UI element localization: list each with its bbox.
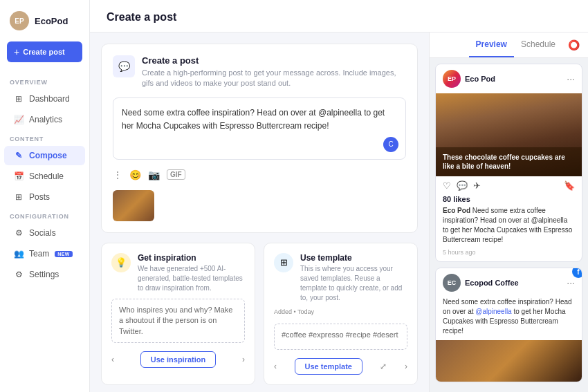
gif-button[interactable]: GIF — [167, 169, 185, 180]
sidebar-item-socials[interactable]: ⚙ Socials — [4, 223, 85, 243]
ig-more-icon[interactable]: ··· — [567, 73, 575, 84]
fb-mention: @alpineella — [475, 308, 511, 315]
sidebar: EP EcoPod + Create post OVERVIEW ⊞ Dashb… — [0, 0, 90, 392]
ig-share-icon[interactable]: ✈ — [473, 180, 481, 191]
sidebar-item-analytics[interactable]: 📈 Analytics — [4, 110, 85, 129]
preview-content: EP Eco Pod ··· These chocolate coffee cu… — [430, 58, 588, 392]
template-card-header: ⊞ Use template This is where you access … — [274, 253, 407, 303]
sidebar-item-label: Socials — [29, 228, 56, 238]
template-tag: Added • Today — [274, 308, 407, 315]
sidebar-item-label: Schedule — [29, 171, 64, 181]
template-prev-button[interactable]: ‹ — [274, 362, 277, 371]
sidebar-item-label: Dashboard — [29, 94, 70, 104]
ig-comment-icon[interactable]: 💬 — [457, 180, 468, 191]
main-area: Create a post 💬 Create a post Create a h… — [90, 0, 588, 392]
ai-icon[interactable]: C — [383, 137, 398, 152]
template-next-button[interactable]: › — [405, 362, 407, 371]
post-text-input[interactable]: Need some extra coffee inspiration? Head… — [113, 97, 406, 160]
fb-post-header: EC Ecopod Coffee ··· — [436, 268, 582, 297]
sidebar-item-schedule[interactable]: 📅 Schedule — [4, 167, 85, 186]
create-post-card: 💬 Create a post Create a high-performing… — [101, 44, 418, 233]
template-footer: ‹ Use template ⤢ › — [274, 358, 407, 375]
compose-icon: ✎ — [14, 151, 24, 160]
emoji-icon[interactable]: 😊 — [129, 169, 141, 180]
ig-post-actions: ♡ 💬 ✈ 🔖 — [436, 176, 582, 195]
compose-toolbar: ⋮ 😊 📷 GIF — [113, 167, 406, 183]
template-prompt: #coffee #expresso #recipe #desert — [274, 324, 407, 350]
section-label-overview: OVERVIEW — [0, 73, 89, 88]
card-header-text: Create a post Create a high-performing p… — [142, 55, 406, 89]
tab-schedule[interactable]: Schedule — [514, 32, 562, 57]
ig-post-header: EP Eco Pod ··· — [436, 64, 582, 93]
new-badge: NEW — [55, 251, 72, 257]
sidebar-item-label: Settings — [29, 270, 59, 279]
card-icon: 💬 — [113, 55, 135, 77]
sidebar-item-label: Compose — [29, 151, 67, 160]
ig-post-time: 5 hours ago — [436, 249, 582, 261]
ig-image-overlay: These chocolate coffee cupcakes are like… — [436, 147, 582, 176]
inspiration-text: Get inspiration We have generated +500 A… — [138, 253, 245, 293]
sidebar-item-dashboard[interactable]: ⊞ Dashboard — [4, 89, 85, 109]
bottom-cards: 💡 Get inspiration We have generated +500… — [101, 243, 418, 385]
preview-panel: Preview Schedule ⭕ EP Eco Pod ··· These … — [429, 32, 588, 392]
inspiration-card: 💡 Get inspiration We have generated +500… — [101, 243, 255, 385]
fb-post-image — [436, 340, 582, 382]
instagram-icon: ⭕ — [568, 39, 580, 50]
inspiration-prev-button[interactable]: ‹ — [111, 355, 114, 364]
template-card: ⊞ Use template This is where you access … — [264, 243, 418, 385]
sidebar-item-compose[interactable]: ✎ Compose — [4, 146, 85, 165]
create-post-card-header: 💬 Create a post Create a high-performing… — [113, 55, 406, 89]
ig-image-text: These chocolate coffee cupcakes are like… — [443, 153, 575, 171]
image-icon[interactable]: 📷 — [148, 169, 160, 180]
main-body: 💬 Create a post Create a high-performing… — [90, 32, 588, 392]
inspiration-prompt: Who inspires you and why? Make a shoutou… — [111, 299, 245, 343]
fb-caption: Need some extra coffee inspiration? Head… — [436, 297, 582, 340]
fb-username: Ecopod Coffee — [465, 279, 562, 287]
image-preview — [113, 190, 154, 221]
template-title: Use template — [300, 253, 407, 263]
schedule-icon: 📅 — [14, 171, 24, 181]
template-desc: This is where you access your saved temp… — [300, 264, 407, 303]
page-title: Create a post — [107, 11, 571, 24]
sidebar-item-team[interactable]: 👥 Team NEW — [4, 244, 85, 263]
dashboard-icon: ⊞ — [14, 94, 24, 104]
sidebar-item-label: Posts — [29, 192, 50, 202]
page-header: Create a post — [90, 0, 588, 32]
ig-username: Eco Pod — [465, 75, 562, 83]
more-options-icon[interactable]: ⋮ — [113, 169, 122, 180]
fb-more-icon[interactable]: ··· — [567, 277, 575, 288]
card-desc: Create a high-performing post to get you… — [142, 68, 406, 89]
create-post-button[interactable]: + Create post — [7, 41, 82, 62]
posts-icon: ⊞ — [14, 192, 24, 202]
sidebar-item-label: Team — [29, 249, 49, 259]
sidebar-item-posts[interactable]: ⊞ Posts — [4, 187, 85, 207]
template-icon: ⊞ — [274, 253, 293, 272]
sidebar-item-label: Analytics — [29, 115, 62, 124]
use-inspiration-button[interactable]: Use inspiration — [140, 351, 216, 368]
ig-post-image: These chocolate coffee cupcakes are like… — [436, 93, 582, 176]
card-title: Create a post — [142, 55, 406, 66]
section-label-content: CONTENT — [0, 130, 89, 145]
ig-like-icon[interactable]: ♡ — [443, 180, 451, 191]
inspiration-desc: We have generated +500 AI-generated, bat… — [138, 264, 245, 293]
sidebar-item-settings[interactable]: ⚙ Settings — [4, 265, 85, 284]
plus-icon: + — [14, 46, 19, 57]
sidebar-logo: EP EcoPod — [0, 8, 89, 41]
inspiration-icon: 💡 — [111, 253, 131, 272]
expand-icon[interactable]: ⤢ — [380, 362, 387, 371]
instagram-post-card: EP Eco Pod ··· These chocolate coffee cu… — [435, 64, 582, 262]
compose-area: 💬 Create a post Create a high-performing… — [90, 32, 429, 392]
ig-bookmark-icon[interactable]: 🔖 — [564, 180, 575, 191]
socials-icon: ⚙ — [14, 228, 24, 238]
settings-icon: ⚙ — [14, 270, 24, 279]
inspiration-next-button[interactable]: › — [242, 355, 245, 364]
facebook-post-card: f EC Ecopod Coffee ··· Need some extra c… — [435, 268, 582, 382]
ig-avatar: EP — [443, 70, 461, 88]
brand-name: EcoPod — [35, 16, 68, 26]
tab-preview[interactable]: Preview — [469, 32, 514, 57]
create-post-label: Create post — [23, 48, 65, 56]
use-template-button[interactable]: Use template — [295, 358, 362, 375]
inspiration-title: Get inspiration — [138, 253, 245, 263]
ig-likes: 80 likes — [436, 195, 582, 206]
analytics-icon: 📈 — [14, 115, 24, 124]
